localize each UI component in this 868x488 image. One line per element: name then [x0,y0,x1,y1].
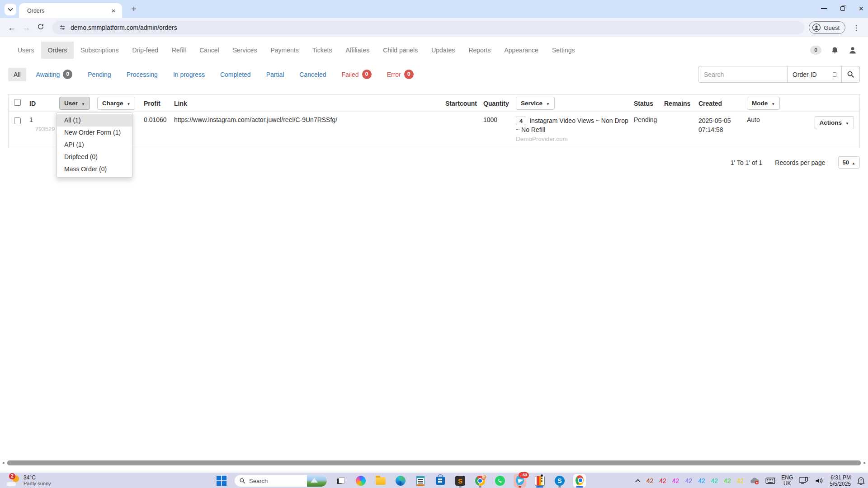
nav-item-appearance[interactable]: Appearance [497,42,545,59]
whatsapp-icon[interactable] [494,474,506,488]
clock[interactable]: 6:31 PM 5/5/2025 [830,474,851,487]
user-filter-button[interactable]: User [59,97,90,110]
dropdown-item-dripfeed[interactable]: Dripfeed (0) [57,151,132,163]
tray-number-2[interactable]: 42 [659,477,666,484]
file-explorer-icon[interactable] [374,474,387,488]
filter-tab-completed[interactable]: Completed [215,68,256,81]
mode-filter-button[interactable]: Mode [747,97,780,110]
scroll-right-arrow[interactable]: ► [862,461,868,465]
row-checkbox[interactable] [14,117,21,124]
filter-tab-error[interactable]: Error0 [382,66,419,82]
nav-item-drip-feed[interactable]: Drip-feed [125,42,165,59]
tray-chevron-up-icon[interactable] [635,479,641,483]
dropdown-item-new-order-form[interactable]: New Order Form (1) [57,127,132,139]
telegram-icon[interactable]: ..53 [514,474,526,488]
actions-button[interactable]: Actions [815,116,854,129]
reload-button[interactable] [33,23,48,33]
chrome-icon[interactable] [573,474,586,488]
touch-keyboard-icon[interactable] [765,477,775,484]
onedrive-error-icon[interactable] [750,477,760,485]
taskbar-search-placeholder: Search [249,478,303,484]
nav-item-users[interactable]: Users [11,42,41,59]
filter-tab-processing[interactable]: Processing [121,68,163,81]
network-cast-icon[interactable] [799,477,809,485]
tray-number-7[interactable]: 42 [724,477,731,484]
scroll-left-arrow[interactable]: ◄ [0,461,6,465]
pagination: 1' To 1' of 1 Records per page 50 [8,156,860,169]
filter-tab-failed[interactable]: Failed0 [336,66,377,82]
search-input[interactable] [698,66,788,83]
select-all-checkbox[interactable] [14,99,21,106]
nav-item-affiliates[interactable]: Affiliates [339,42,376,59]
scrollbar-thumb[interactable] [7,460,861,465]
nav-item-settings[interactable]: Settings [545,42,582,59]
browser-tab-orders[interactable]: Orders × [19,3,122,18]
window-restore-button[interactable] [840,6,845,11]
dropdown-item-mass-order[interactable]: Mass Order (0) [57,163,132,175]
new-tab-button[interactable]: + [128,4,139,14]
window-close-button[interactable]: × [859,5,863,12]
notification-bell-icon[interactable]: z [857,477,865,485]
sublime-text-icon[interactable] [454,474,467,488]
filter-tab-all[interactable]: All [8,68,26,81]
tray-number-6[interactable]: 42 [711,477,718,484]
filter-tab-in-progress[interactable]: In progress [168,68,210,81]
service-filter-button[interactable]: Service [516,97,555,110]
search-type-select[interactable]: Order ID [788,66,842,83]
pagination-range: 1' To 1' of 1 [731,159,762,166]
header-id: ID [29,100,59,107]
taskbar-search-box[interactable]: Search [234,474,327,487]
start-button[interactable] [216,475,227,486]
nav-item-refill[interactable]: Refill [165,42,193,59]
notepad-icon[interactable] [414,474,427,488]
nav-item-cancel[interactable]: Cancel [193,42,226,59]
chrome-profile-icon[interactable] [474,474,486,488]
language-indicator[interactable]: ENG UK [781,475,793,487]
edge-icon[interactable] [394,474,407,488]
task-view-icon[interactable] [335,474,347,488]
nav-item-updates[interactable]: Updates [425,42,462,59]
nav-item-tickets[interactable]: Tickets [306,42,339,59]
site-settings-tune-icon[interactable] [59,24,66,31]
temp-monitor-icon[interactable] [533,474,546,488]
copilot-icon[interactable] [354,474,367,488]
filter-tab-canceled[interactable]: Canceled [294,68,331,81]
address-bar[interactable]: demo.smmplatform.com/admin/orders [52,21,804,34]
search-highlight-image[interactable] [307,474,327,487]
taskbar-weather-widget[interactable]: 2 34°C Partly sunny [6,474,51,488]
nav-item-subscriptions[interactable]: Subscriptions [74,42,125,59]
filter-tab-awaiting[interactable]: Awaiting0 [31,66,78,82]
dropdown-item-all[interactable]: All (1) [57,114,132,127]
skype-icon[interactable] [553,474,566,488]
microsoft-store-icon[interactable] [434,474,447,488]
browser-menu-button[interactable]: ⋮ [849,23,863,32]
forward-button[interactable]: → [19,23,33,33]
nav-item-payments[interactable]: Payments [264,42,305,59]
window-minimize-button[interactable] [821,8,827,9]
bell-icon[interactable] [830,46,839,55]
tray-number-8[interactable]: 42 [737,477,744,484]
cell-link[interactable]: https://www.instagram.com/actor.juwel/re… [169,116,440,123]
records-per-page-select[interactable]: 50 [838,156,860,169]
nav-item-reports[interactable]: Reports [462,42,497,59]
account-icon[interactable] [848,46,857,55]
caret-down-icon [771,100,775,107]
nav-item-services[interactable]: Services [226,42,264,59]
charge-filter-button[interactable]: Charge [97,97,135,110]
filter-tab-partial[interactable]: Partial [261,68,290,81]
tray-number-5[interactable]: 42 [698,477,705,484]
volume-icon[interactable] [815,477,824,485]
search-button[interactable] [842,66,860,83]
dropdown-item-api[interactable]: API (1) [57,139,132,151]
tray-number-1[interactable]: 42 [646,477,654,484]
nav-item-orders[interactable]: Orders [41,42,74,59]
caret-up-icon [852,159,855,166]
tab-search-button[interactable] [5,4,16,15]
tab-close-icon[interactable]: × [109,7,118,15]
tray-number-3[interactable]: 42 [672,477,679,484]
tray-number-4[interactable]: 42 [685,477,692,484]
nav-item-child-panels[interactable]: Child panels [376,42,425,59]
browser-profile-button[interactable]: Guest [809,21,845,34]
back-button[interactable]: ← [5,23,19,33]
filter-tab-pending[interactable]: Pending [82,68,116,81]
